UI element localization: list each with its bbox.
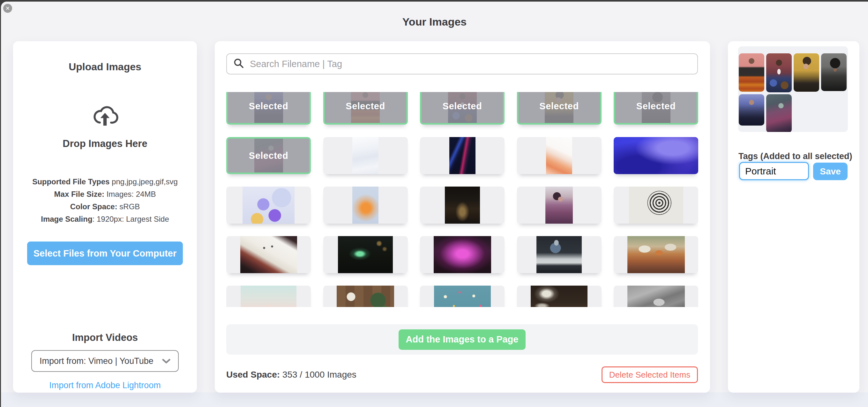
image-dark-machine <box>445 186 480 224</box>
close-icon[interactable]: ✕ <box>3 4 12 13</box>
thumb-woman-afro <box>821 53 847 91</box>
import-source-select[interactable]: Import from: Vimeo | YouTube <box>31 350 179 372</box>
add-images-bar: Add the Images to a Page <box>226 324 698 355</box>
chevron-down-icon <box>162 356 170 366</box>
library-footer: Used Space: 353 / 1000 Images Delete Sel… <box>226 366 698 384</box>
upload-panel-title: Upload Images <box>13 61 197 73</box>
image-bw-hands <box>627 286 685 307</box>
spec-max-size: Max File Size: Images: 24MB <box>13 188 197 200</box>
image-tile[interactable] <box>614 186 698 224</box>
image-sketchbook <box>240 236 297 273</box>
image-neon-sign <box>338 236 393 273</box>
image-tile[interactable] <box>226 186 311 224</box>
image-tile[interactable] <box>614 236 698 273</box>
selected-overlay: Selected <box>226 137 311 174</box>
image-art-stall <box>627 236 685 273</box>
selected-overlay: Selected <box>420 92 504 124</box>
image-neon-trails <box>449 137 475 174</box>
image-tile[interactable] <box>323 186 408 224</box>
image-bw-rings <box>629 186 683 224</box>
upload-panel: Upload Images Drop Images Here Supported… <box>13 41 197 393</box>
image-tile[interactable] <box>517 137 601 174</box>
image-blue-wave <box>614 137 698 174</box>
thumb-woman-gold <box>794 53 819 92</box>
image-bulb-pastel <box>241 286 297 307</box>
selected-overlay: Selected <box>614 92 698 124</box>
image-tile[interactable] <box>517 236 601 273</box>
image-pastel-blobs <box>243 186 294 224</box>
selected-thumbs <box>738 46 848 132</box>
image-tile[interactable] <box>323 236 408 273</box>
thumb-woman-blue <box>739 94 764 125</box>
save-tag-button[interactable]: Save <box>813 163 847 180</box>
selected-label: Selected <box>249 150 288 161</box>
cloud-upload-icon <box>90 100 120 129</box>
selected-overlay: Selected <box>517 92 601 124</box>
image-tile[interactable] <box>614 137 698 174</box>
image-purple-profile <box>546 186 573 224</box>
image-imac-pink <box>434 236 491 273</box>
image-tile[interactable] <box>420 236 504 273</box>
image-orange-blur <box>352 186 378 224</box>
spec-color-space: Color Space: sRGB <box>13 200 197 213</box>
image-draw-person <box>536 236 582 273</box>
image-tile[interactable] <box>420 186 504 224</box>
image-tile[interactable] <box>420 286 504 307</box>
image-tile[interactable] <box>323 286 408 307</box>
selected-label: Selected <box>249 101 288 112</box>
drop-zone[interactable] <box>13 100 197 129</box>
drop-images-label: Drop Images Here <box>13 138 197 149</box>
selected-label: Selected <box>443 101 482 112</box>
image-peach-fluid <box>546 137 572 174</box>
your-images-modal: Your Images Upload Images Drop Images He… <box>1 2 868 407</box>
image-tile[interactable]: Selected <box>420 92 504 124</box>
import-videos-title: Import Videos <box>13 332 197 343</box>
image-tile[interactable] <box>517 286 601 307</box>
tag-input[interactable] <box>739 162 809 180</box>
tags-label: Tags (Added to all selected) <box>738 151 852 161</box>
selected-label: Selected <box>636 101 676 112</box>
import-source-value: Import from: Vimeo | YouTube <box>39 356 154 366</box>
image-library-panel: Selected Selected Selected Selected Sele… <box>215 41 710 393</box>
image-tile[interactable]: Selected <box>614 92 698 124</box>
image-white-waves <box>352 137 378 174</box>
select-files-button[interactable]: Select Files from Your Computer <box>27 241 183 265</box>
image-tile[interactable] <box>226 236 311 273</box>
image-tile[interactable] <box>420 137 504 174</box>
selected-label: Selected <box>539 101 579 112</box>
page-title: Your Images <box>1 16 868 28</box>
selected-overlay: Selected <box>226 92 311 124</box>
add-images-button[interactable]: Add the Images to a Page <box>399 329 526 350</box>
image-tile[interactable] <box>226 286 311 307</box>
image-tile[interactable] <box>517 186 601 224</box>
delete-selected-button[interactable]: Delete Selected Items <box>601 367 698 383</box>
image-tile[interactable] <box>323 137 408 174</box>
image-grid-scroll-area[interactable]: Selected Selected Selected Selected Sele… <box>226 92 698 307</box>
image-tile[interactable]: Selected <box>226 92 311 124</box>
search-bar <box>226 53 698 75</box>
import-lightroom-link[interactable]: Import from Adobe Lightroom <box>13 380 197 390</box>
spec-file-types: Supported File Types png,jpg,jpeg,gif,sv… <box>13 175 197 188</box>
search-input[interactable] <box>249 55 697 73</box>
tags-panel: Tags (Added to all selected) Save <box>728 41 859 393</box>
used-space-text: Used Space: 353 / 1000 Images <box>226 370 356 380</box>
upload-specs: Supported File Types png,jpg,jpeg,gif,sv… <box>13 175 197 225</box>
image-cafe-neon <box>531 286 588 307</box>
thumb-woman-braid <box>766 94 792 132</box>
image-wood-plant <box>337 286 394 307</box>
image-tile[interactable]: Selected <box>517 92 601 124</box>
selected-label: Selected <box>346 101 385 112</box>
thumb-woman-pink <box>739 53 764 92</box>
image-tile[interactable]: Selected <box>323 92 408 124</box>
spec-image-scaling: Image Scaling: 1920px: Largest Side <box>13 213 197 225</box>
thumb-woman-maroon <box>766 53 792 92</box>
selected-overlay: Selected <box>323 92 408 124</box>
image-confetti <box>434 286 491 307</box>
search-icon <box>233 58 244 70</box>
image-tile[interactable] <box>614 286 698 307</box>
image-tile[interactable]: Selected <box>226 137 311 174</box>
modal-bottom-strip <box>1 392 868 407</box>
image-grid: Selected Selected Selected Selected Sele… <box>226 92 698 307</box>
